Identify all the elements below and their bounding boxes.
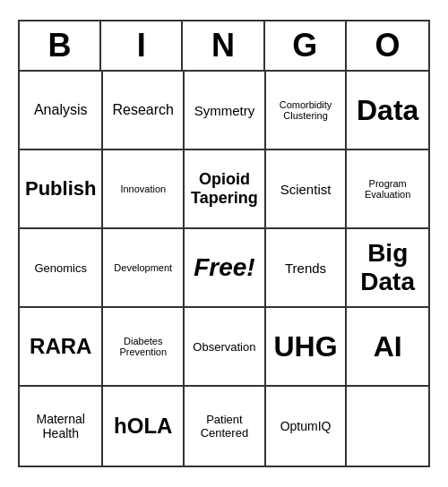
header-b: B xyxy=(20,21,101,70)
cell-3-2[interactable]: Development xyxy=(103,229,185,308)
cell-3-4[interactable]: Trends xyxy=(266,229,348,308)
header-o: O xyxy=(347,21,428,70)
cell-3-1[interactable]: Genomics xyxy=(20,229,103,308)
header-g: G xyxy=(265,21,347,70)
cell-1-1[interactable]: Analysis xyxy=(20,72,103,150)
cell-3-5[interactable]: Big Data xyxy=(347,229,428,308)
cell-5-4[interactable]: OptumIQ xyxy=(266,387,348,466)
cell-5-5[interactable] xyxy=(347,387,428,466)
cell-2-2[interactable]: Innovation xyxy=(103,150,185,229)
cell-5-2[interactable]: hOLA xyxy=(103,387,185,466)
cell-4-4[interactable]: UHG xyxy=(266,308,348,387)
cell-1-4[interactable]: Comorbidity Clustering xyxy=(266,72,348,150)
cell-1-5[interactable]: Data xyxy=(347,72,428,150)
cell-4-3[interactable]: Observation xyxy=(185,308,266,387)
cell-2-5[interactable]: Program Evaluation xyxy=(347,150,428,229)
cell-2-3[interactable]: Opioid Tapering xyxy=(185,150,266,229)
cell-2-1[interactable]: Publish xyxy=(20,150,103,229)
bingo-header: B I N G O xyxy=(20,21,428,72)
cell-1-2[interactable]: Research xyxy=(103,72,185,150)
cell-1-3[interactable]: Symmetry xyxy=(185,72,266,150)
cell-5-1[interactable]: Maternal Health xyxy=(20,387,103,466)
bingo-card: B I N G O Analysis Research Symmetry Com… xyxy=(18,20,430,467)
header-n: N xyxy=(183,21,264,70)
cell-2-4[interactable]: Scientist xyxy=(266,150,348,229)
cell-4-2[interactable]: Diabetes Prevention xyxy=(103,308,185,387)
cell-3-3-free[interactable]: Free! xyxy=(185,229,266,308)
cell-4-5[interactable]: AI xyxy=(347,308,428,387)
cell-4-1[interactable]: RARA xyxy=(20,308,103,387)
bingo-grid: Analysis Research Symmetry Comorbidity C… xyxy=(20,72,428,466)
header-i: I xyxy=(101,21,183,70)
cell-5-3[interactable]: Patient Centered xyxy=(185,387,266,466)
